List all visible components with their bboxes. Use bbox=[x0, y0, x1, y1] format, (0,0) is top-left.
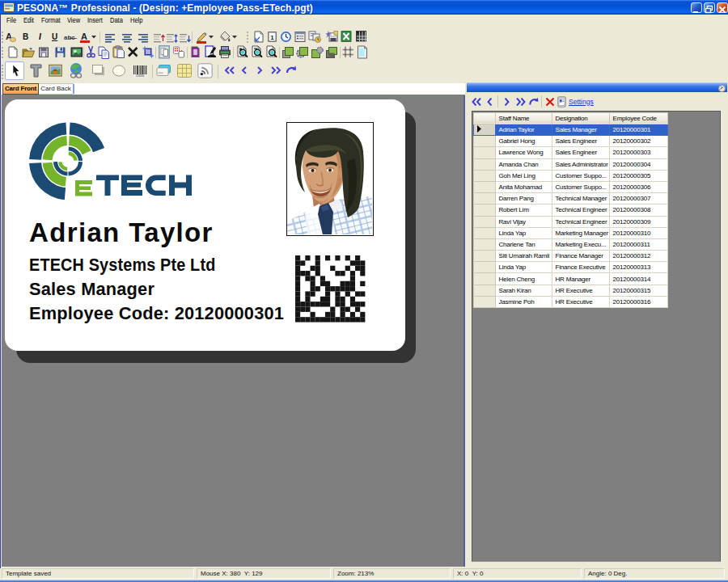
svg-text:1: 1 bbox=[270, 34, 274, 41]
svg-text:123456: 123456 bbox=[136, 74, 145, 78]
